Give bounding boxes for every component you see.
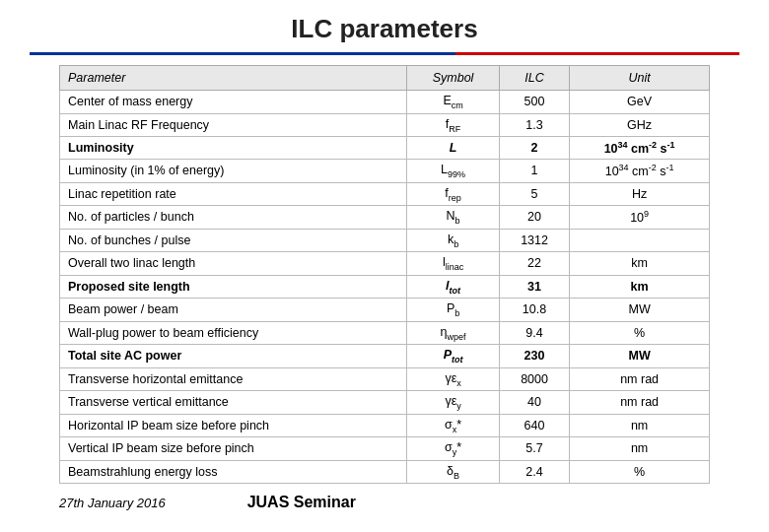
cell-parameter: Overall two linac length — [60, 252, 407, 276]
cell-ilc: 1312 — [499, 229, 569, 252]
cell-symbol: kb — [407, 229, 500, 252]
cell-parameter: Luminosity (in 1% of energy) — [60, 160, 407, 183]
cell-parameter: Luminosity — [60, 137, 407, 160]
cell-symbol: L — [407, 137, 500, 160]
cell-symbol: δB — [407, 460, 500, 484]
cell-unit: % — [570, 460, 710, 484]
cell-parameter: Center of mass energy — [60, 91, 407, 114]
table-row: No. of particles / bunchNb20109 — [60, 206, 710, 230]
cell-ilc: 1 — [499, 160, 569, 183]
cell-symbol: llinac — [407, 252, 500, 276]
table-row: Vertical IP beam size before pinchσy*5.7… — [60, 437, 710, 461]
cell-symbol: frep — [407, 182, 500, 206]
cell-symbol: L99% — [407, 160, 500, 183]
parameters-table: Parameter Symbol ILC Unit Center of mass… — [59, 65, 710, 484]
col-header-symbol: Symbol — [407, 66, 500, 91]
cell-unit: 109 — [570, 206, 710, 230]
cell-ilc: 5 — [499, 182, 569, 206]
table-row: Proposed site lengthltot31km — [60, 275, 710, 299]
cell-parameter: Beamstrahlung energy loss — [60, 460, 407, 484]
cell-ilc: 40 — [499, 391, 569, 415]
page-title: ILC parameters — [0, 0, 769, 52]
table-row: LuminosityL21034 cm-2 s-1 — [60, 137, 710, 160]
table-row: Linac repetition ratefrep5Hz — [60, 182, 710, 206]
cell-ilc: 31 — [499, 275, 569, 299]
cell-symbol: Nb — [407, 206, 500, 230]
cell-ilc: 2.4 — [499, 460, 569, 484]
cell-symbol: γεx — [407, 367, 500, 391]
table-row: Overall two linac lengthllinac22km — [60, 252, 710, 276]
cell-parameter: Main Linac RF Frequency — [60, 113, 407, 137]
cell-symbol: fRF — [407, 113, 500, 137]
cell-parameter: Linac repetition rate — [60, 182, 407, 206]
cell-parameter: No. of bunches / pulse — [60, 229, 407, 252]
cell-ilc: 2 — [499, 137, 569, 160]
cell-symbol: σy* — [407, 437, 500, 461]
cell-unit: GHz — [570, 113, 710, 137]
cell-unit: MW — [570, 299, 710, 322]
table-row: Beam power / beamPb10.8MW — [60, 299, 710, 322]
cell-parameter: Transverse horizontal emittance — [60, 367, 407, 391]
cell-unit: % — [570, 321, 710, 345]
table-row: Horizontal IP beam size before pinchσx*6… — [60, 414, 710, 437]
cell-ilc: 230 — [499, 345, 569, 368]
table-row: No. of bunches / pulsekb1312 — [60, 229, 710, 252]
footer-center: JUAS Seminar — [166, 494, 438, 511]
table-row: Total site AC powerPtot230MW — [60, 345, 710, 368]
accent-bar — [30, 52, 739, 55]
cell-ilc: 22 — [499, 252, 569, 276]
cell-symbol: γεy — [407, 391, 500, 415]
table-row: Wall-plug power to beam efficiencyηwpef9… — [60, 321, 710, 345]
col-header-parameter: Parameter — [60, 66, 407, 91]
table-row: Luminosity (in 1% of energy)L99%11034 cm… — [60, 160, 710, 183]
cell-parameter: Beam power / beam — [60, 299, 407, 322]
cell-parameter: No. of particles / bunch — [60, 206, 407, 230]
cell-unit — [570, 229, 710, 252]
cell-ilc: 20 — [499, 206, 569, 230]
cell-symbol: σx* — [407, 414, 500, 437]
cell-parameter: Wall-plug power to beam efficiency — [60, 321, 407, 345]
cell-parameter: Horizontal IP beam size before pinch — [60, 414, 407, 437]
cell-unit: km — [570, 252, 710, 276]
footer-date: 27th January 2016 — [59, 496, 166, 510]
cell-parameter: Vertical IP beam size before pinch — [60, 437, 407, 461]
cell-unit: km — [570, 275, 710, 299]
cell-ilc: 9.4 — [499, 321, 569, 345]
cell-unit: 1034 cm-2 s-1 — [570, 137, 710, 160]
parameters-table-wrap: Parameter Symbol ILC Unit Center of mass… — [59, 65, 710, 484]
col-header-ilc: ILC — [499, 66, 569, 91]
col-header-unit: Unit — [570, 66, 710, 91]
table-row: Transverse horizontal emittanceγεx8000nm… — [60, 367, 710, 391]
cell-unit: 1034 cm-2 s-1 — [570, 160, 710, 183]
cell-symbol: ltot — [407, 275, 500, 299]
cell-unit: nm rad — [570, 367, 710, 391]
cell-symbol: Ptot — [407, 345, 500, 368]
table-row: Main Linac RF FrequencyfRF1.3GHz — [60, 113, 710, 137]
cell-unit: nm — [570, 414, 710, 437]
cell-symbol: Pb — [407, 299, 500, 322]
table-row: Beamstrahlung energy lossδB2.4% — [60, 460, 710, 484]
footer: 27th January 2016 JUAS Seminar — [0, 484, 769, 511]
cell-unit: nm rad — [570, 391, 710, 415]
table-row: Transverse vertical emittanceγεy40nm rad — [60, 391, 710, 415]
cell-parameter: Transverse vertical emittance — [60, 391, 407, 415]
cell-ilc: 1.3 — [499, 113, 569, 137]
cell-symbol: ηwpef — [407, 321, 500, 345]
cell-ilc: 8000 — [499, 367, 569, 391]
cell-ilc: 500 — [499, 91, 569, 114]
cell-unit: GeV — [570, 91, 710, 114]
cell-unit: nm — [570, 437, 710, 461]
cell-ilc: 5.7 — [499, 437, 569, 461]
cell-unit: MW — [570, 345, 710, 368]
cell-unit: Hz — [570, 182, 710, 206]
table-row: Center of mass energyEcm500GeV — [60, 91, 710, 114]
cell-symbol: Ecm — [407, 91, 500, 114]
cell-parameter: Proposed site length — [60, 275, 407, 299]
cell-ilc: 640 — [499, 414, 569, 437]
cell-parameter: Total site AC power — [60, 345, 407, 368]
cell-ilc: 10.8 — [499, 299, 569, 322]
